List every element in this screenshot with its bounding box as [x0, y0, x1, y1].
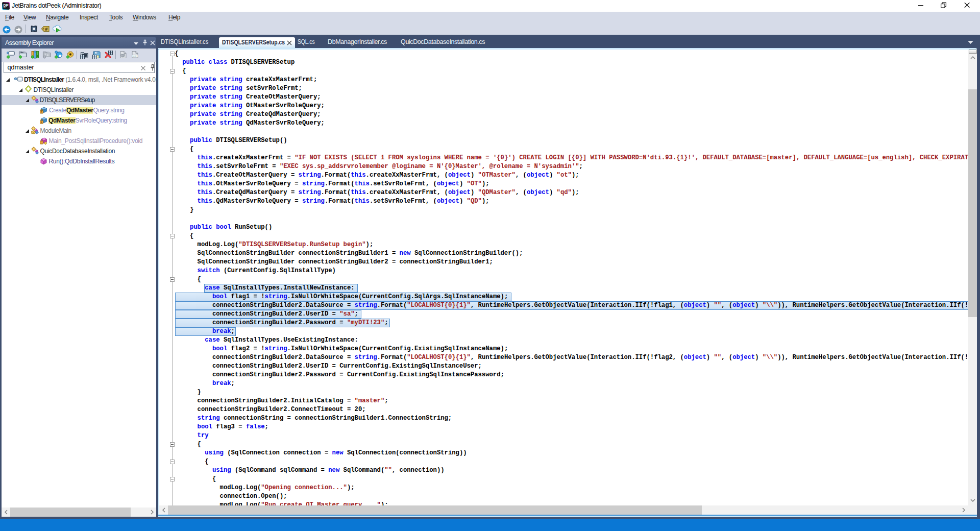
svg-text:DP: DP — [4, 3, 9, 8]
svg-text:#: # — [45, 26, 48, 32]
svg-text:PDB: PDB — [132, 55, 138, 58]
